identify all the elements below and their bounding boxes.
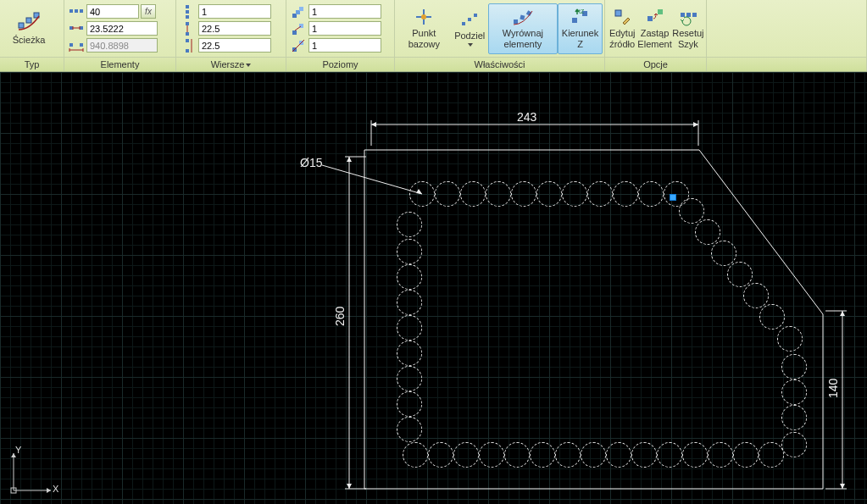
rows-total-input[interactable] [198,38,271,53]
selection-grip[interactable] [670,194,676,201]
spacing-z-icon [290,22,307,36]
elements-total-row [68,38,158,53]
array-item [581,442,606,468]
array-item [403,442,428,468]
panel-elements-title: Elementy [64,57,175,71]
svg-point-24 [421,14,426,19]
array-item [781,432,807,457]
reset-array-button[interactable]: Resetuj Szyk [672,3,704,54]
svg-rect-39 [692,13,697,17]
levels-spacing-input[interactable] [308,21,381,36]
svg-rect-25 [462,22,465,25]
svg-rect-38 [686,13,691,17]
rows-spacing-input[interactable] [198,21,271,36]
dim-right-value: 140 [826,378,840,398]
elements-count-input[interactable] [86,4,139,19]
svg-rect-7 [80,26,83,30]
divide-dropdown-icon [468,43,473,47]
array-item [409,181,435,207]
rows-expand-icon [246,64,251,67]
svg-rect-16 [186,49,189,53]
drawing-overlay: 243260140Ø15 [0,72,867,504]
svg-rect-19 [299,7,303,11]
array-item [708,442,733,468]
array-item [486,181,511,207]
array-item [743,283,769,308]
count-horiz-icon [68,5,85,19]
edit-source-button[interactable]: Edytuj źródło [607,3,637,54]
array-item [555,442,581,468]
z-direction-button[interactable]: tZ Kierunek Z [558,3,603,54]
array-item [397,290,422,315]
z-direction-label: Kierunek Z [559,28,602,48]
edit-source-label: Edytuj źródło [607,28,637,48]
array-item [781,354,807,379]
svg-rect-6 [69,26,73,30]
svg-rect-28 [514,19,518,24]
align-items-button[interactable]: Wyrównaj elementy [488,3,558,54]
array-item [631,442,657,468]
panel-options: Edytuj źródło Zastąp Element Resetuj Szy… [605,0,707,71]
ucs-icon: X Y [7,446,58,497]
svg-rect-4 [75,9,78,13]
array-item [679,198,704,224]
count-vert-icon [180,5,197,19]
reset-array-label: Resetuj Szyk [672,28,704,48]
svg-rect-20 [292,30,297,35]
replace-element-button[interactable]: Zastąp Element [637,3,671,54]
divide-button[interactable]: Podziel [452,3,488,54]
diameter-label: Ø15 [300,156,323,169]
ribbon: Ścieżka Typ fx [0,0,867,72]
panel-rows-title[interactable]: Wiersze [176,57,286,71]
array-item [695,219,720,245]
array-item [397,264,422,290]
align-items-label: Wyrównaj elementy [489,28,557,48]
levels-total-input[interactable] [308,38,381,53]
array-item [397,239,422,264]
levels-count-input[interactable] [308,4,381,19]
svg-rect-36 [658,9,663,14]
align-items-icon [512,8,534,26]
array-item [606,442,631,468]
edit-source-icon [613,8,631,26]
spacing-horiz-icon [68,22,85,36]
array-item [460,181,486,207]
base-point-icon [414,8,433,26]
panel-type-title: Typ [0,57,64,71]
ucs-y-label: Y [15,445,21,455]
base-point-button[interactable]: Punkt bazowy [397,3,452,54]
elements-spacing-row [68,21,158,36]
svg-rect-27 [474,14,477,17]
dim-top-value: 243 [517,110,537,124]
fx-label[interactable]: fx [141,4,156,19]
array-item [781,379,807,405]
total-z-icon [290,39,307,53]
drawing-canvas[interactable]: 243260140Ø15 X Y [0,72,867,504]
levels-spacing-row [290,21,381,36]
path-array-label: Ścieżka [13,35,46,45]
path-array-button[interactable]: Ścieżka [2,3,56,54]
svg-rect-13 [186,22,189,25]
array-item [397,212,422,237]
levels-total-row [290,38,381,53]
ucs-x-label: X [53,484,58,494]
rows-count-row [180,4,271,19]
dim-left-value: 260 [333,306,347,326]
array-item [536,181,562,207]
svg-rect-8 [69,43,73,47]
svg-rect-29 [520,15,525,20]
svg-rect-10 [186,5,189,8]
svg-rect-15 [186,39,189,42]
elements-spacing-input[interactable] [86,21,158,36]
rows-count-input[interactable] [198,4,271,19]
array-item [587,181,613,207]
spacing-vert-icon [180,22,197,36]
svg-rect-34 [615,10,621,16]
svg-rect-3 [69,9,73,13]
array-item [613,181,638,207]
panel-levels-title: Poziomy [286,57,394,71]
panel-properties: Punkt bazowy Podziel Wyrównaj elementy t… [395,0,605,71]
panel-options-title: Opcje [605,57,706,71]
array-item [397,391,422,417]
svg-rect-14 [186,32,189,36]
